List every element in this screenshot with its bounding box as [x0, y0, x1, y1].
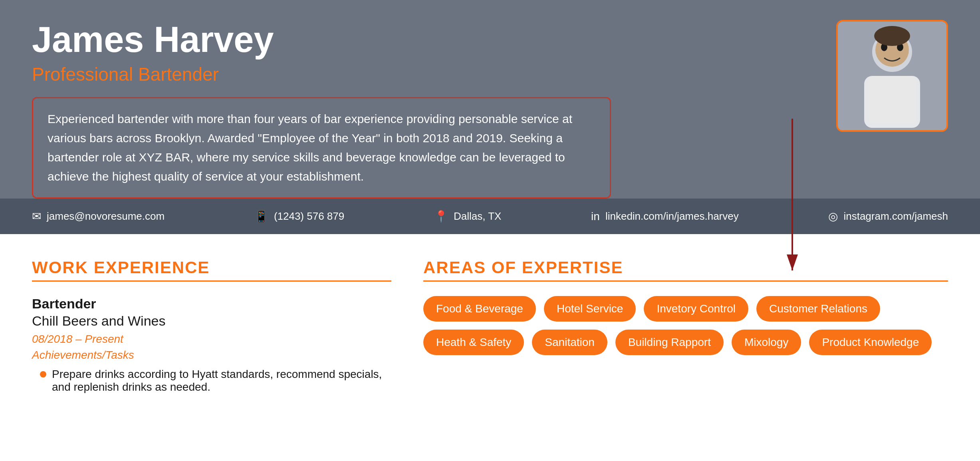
profile-photo [836, 20, 948, 132]
contact-instagram: ◎ instagram.com/jamesh [828, 210, 948, 223]
expertise-title: AREAS OF EXPERTISE [423, 258, 948, 277]
candidate-title: Professional Bartender [32, 64, 812, 85]
expertise-tag: Sanitation [532, 330, 607, 355]
expertise-tag: Product Knowledge [809, 330, 932, 355]
instagram-text: instagram.com/jamesh [843, 210, 948, 223]
header-section: James Harvey Professional Bartender Expe… [0, 0, 980, 199]
contact-phone: 📱 (1243) 576 879 [254, 210, 344, 223]
svg-point-5 [874, 26, 910, 46]
expertise-tag: Food & Beverage [423, 296, 536, 322]
svg-rect-6 [868, 76, 916, 124]
contact-linkedin: in linkedin.com/in/james.harvey [591, 210, 739, 223]
bullet-list: Prepare drinks according to Hyatt standa… [32, 368, 391, 393]
contact-location: 📍 Dallas, TX [434, 210, 501, 223]
header-left: James Harvey Professional Bartender Expe… [32, 20, 812, 199]
email-icon: ✉ [32, 210, 41, 223]
left-column: WORK EXPERIENCE Bartender Chill Beers an… [32, 258, 391, 450]
expertise-tag: Customer Relations [756, 296, 880, 322]
instagram-icon: ◎ [828, 210, 838, 223]
summary-text: Experienced bartender with more than fou… [48, 109, 595, 186]
bullet-text: Prepare drinks according to Hyatt standa… [52, 368, 391, 393]
job-dates: 08/2018 – Present [32, 333, 391, 346]
location-icon: 📍 [434, 210, 448, 223]
phone-text: (1243) 576 879 [274, 210, 344, 223]
job-title: Bartender [32, 296, 391, 312]
expertise-divider [423, 280, 948, 282]
expertise-tag: Building Rapport [615, 330, 724, 355]
phone-icon: 📱 [254, 210, 268, 223]
expertise-tag: Mixology [732, 330, 801, 355]
work-experience-divider [32, 280, 391, 282]
list-item: Prepare drinks according to Hyatt standa… [40, 368, 391, 393]
expertise-tag: Hotel Service [544, 296, 636, 322]
summary-box: Experienced bartender with more than fou… [32, 97, 611, 199]
expertise-tags: Food & BeverageHotel ServiceInvetory Con… [423, 296, 948, 355]
expertise-tag: Invetory Control [644, 296, 748, 322]
work-experience-title: WORK EXPERIENCE [32, 258, 391, 277]
email-text: james@novoresume.com [47, 210, 165, 223]
location-text: Dallas, TX [454, 210, 501, 223]
bullet-dot [40, 371, 46, 378]
candidate-name: James Harvey [32, 20, 812, 60]
achievements-label: Achievements/Tasks [32, 349, 391, 362]
contact-email: ✉ james@novoresume.com [32, 210, 165, 223]
right-column: AREAS OF EXPERTISE Food & BeverageHotel … [423, 258, 948, 450]
expertise-tag: Heath & Safety [423, 330, 524, 355]
linkedin-text: linkedin.com/in/james.harvey [605, 210, 739, 223]
linkedin-icon: in [591, 210, 600, 223]
contact-bar: ✉ james@novoresume.com 📱 (1243) 576 879 … [0, 199, 980, 234]
company-name: Chill Beers and Wines [32, 313, 391, 329]
main-content: WORK EXPERIENCE Bartender Chill Beers an… [0, 234, 980, 461]
